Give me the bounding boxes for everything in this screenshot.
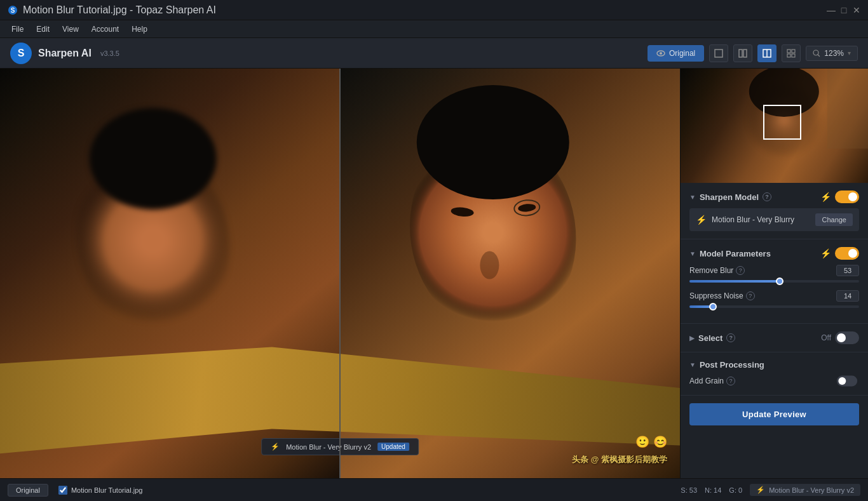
suppress-noise-track[interactable] — [689, 305, 859, 308]
view-split-v-button[interactable] — [733, 44, 752, 62]
menu-view[interactable]: View — [56, 22, 85, 36]
notification-icon: ⚡ — [271, 443, 280, 451]
canvas-area[interactable]: ⚡ Motion Blur - Very Blurry v2 Updated 头… — [0, 69, 680, 478]
post-processing-chevron-icon[interactable]: ▼ — [689, 361, 696, 368]
feedback-icons[interactable]: 🙂 😊 — [635, 435, 667, 449]
svg-point-13 — [813, 50, 818, 55]
update-preview-button[interactable]: Update Preview — [689, 403, 859, 425]
right-panel: ▼ Sharpen Model ? ⚡ ⚡ Motion Blur - Very… — [680, 69, 868, 478]
svg-text:S: S — [11, 7, 15, 14]
thumbnail-viewport[interactable] — [763, 105, 801, 140]
sharpen-model-title: Sharpen Model — [700, 192, 759, 202]
view-compare-button[interactable] — [782, 44, 801, 62]
noise-stat: N: 14 — [705, 486, 721, 494]
remove-blur-fill — [689, 280, 780, 283]
sharpness-stat: S: 53 — [681, 486, 697, 494]
window-title: Motion Blur Tutorial.jpg - Topaz Sharpen… — [23, 4, 216, 16]
remove-blur-thumb[interactable] — [776, 277, 783, 285]
suppress-noise-label: Suppress Noise — [689, 291, 743, 300]
split-divider[interactable] — [339, 69, 341, 478]
notification-model: Motion Blur - Very Blurry v2 — [286, 443, 371, 451]
suppress-noise-row: Suppress Noise ? 14 — [689, 290, 859, 308]
model-name-label: Motion Blur - Very Blurry — [712, 215, 810, 224]
add-grain-help-icon[interactable]: ? — [726, 377, 735, 385]
remove-blur-help-icon[interactable]: ? — [736, 266, 745, 275]
app-name: Sharpen AI — [38, 48, 92, 59]
remove-blur-track[interactable] — [689, 280, 859, 283]
updated-badge: Updated — [377, 443, 409, 451]
model-params-toggle[interactable] — [835, 247, 859, 260]
suppress-noise-value[interactable]: 14 — [836, 290, 859, 302]
svg-line-14 — [818, 55, 820, 57]
menu-file[interactable]: File — [5, 22, 30, 36]
bottom-stats: S: 53 N: 14 G: 0 ⚡ Motion Blur - Very Bl… — [681, 484, 860, 496]
lightning-icon: ⚡ — [820, 192, 831, 202]
remove-blur-value[interactable]: 53 — [836, 265, 859, 276]
close-button[interactable]: ✕ — [853, 6, 860, 14]
bottom-model-info: ⚡ Motion Blur - Very Blurry v2 — [750, 484, 860, 496]
main-content: ⚡ Motion Blur - Very Blurry v2 Updated 头… — [0, 69, 868, 478]
sharpen-model-toggle[interactable] — [835, 190, 859, 203]
zoom-chevron-icon: ▾ — [848, 50, 851, 57]
thumbnail-area — [681, 69, 868, 183]
add-grain-row: Add Grain ? — [689, 375, 859, 387]
select-help-icon[interactable]: ? — [726, 333, 735, 342]
select-section: ▶ Select ? Off — [681, 324, 868, 352]
menu-help[interactable]: Help — [125, 22, 154, 36]
zoom-control[interactable]: 123% ▾ — [806, 46, 858, 61]
suppress-noise-help-icon[interactable]: ? — [746, 291, 755, 300]
title-bar: S Motion Blur Tutorial.jpg - Topaz Sharp… — [0, 0, 868, 20]
svg-rect-4 — [715, 50, 722, 57]
svg-rect-12 — [792, 54, 795, 57]
bottom-lightning-icon: ⚡ — [756, 486, 765, 494]
select-title: Select — [698, 333, 722, 343]
select-status: Off — [821, 333, 831, 342]
sharpen-model-help-icon[interactable]: ? — [763, 192, 771, 201]
sharpen-model-chevron-icon[interactable]: ▼ — [689, 194, 696, 201]
thumbs-down-icon[interactable]: 😊 — [653, 435, 667, 449]
select-chevron-icon[interactable]: ▶ — [689, 335, 695, 342]
model-parameters-section: ▼ Model Parameters ⚡ Remove Blur ? 53 — [681, 239, 868, 324]
change-model-button[interactable]: Change — [815, 213, 853, 226]
svg-rect-9 — [787, 50, 790, 53]
bottom-model-name: Motion Blur - Very Blurry v2 — [769, 486, 854, 494]
minimize-button[interactable]: — — [827, 6, 835, 14]
app-icon: S — [8, 5, 18, 15]
add-grain-toggle[interactable] — [837, 376, 857, 387]
grain-stat: G: 0 — [729, 486, 742, 494]
view-single-button[interactable] — [709, 44, 728, 62]
suppress-noise-thumb[interactable] — [709, 303, 717, 311]
model-params-chevron-icon[interactable]: ▼ — [689, 250, 696, 257]
select-toggle[interactable] — [835, 331, 859, 344]
app-header: S Sharpen AI v3.3.5 Original — [0, 38, 868, 69]
eye-icon — [656, 50, 665, 57]
view-split-h-button[interactable] — [757, 44, 776, 62]
menu-bar: File Edit View Account Help — [0, 20, 868, 38]
zoom-icon — [813, 50, 820, 57]
thumbs-up-icon[interactable]: 🙂 — [635, 435, 649, 449]
svg-point-3 — [660, 52, 662, 55]
svg-rect-5 — [739, 50, 742, 57]
remove-blur-row: Remove Blur ? 53 — [689, 265, 859, 283]
bottom-bar: Original Motion Blur Tutorial.jpg S: 53 … — [0, 478, 868, 501]
model-params-title: Model Parameters — [700, 249, 771, 258]
original-button[interactable]: Original — [648, 45, 704, 62]
post-processing-section: ▼ Post Processing Add Grain ? — [681, 352, 868, 396]
add-grain-label: Add Grain — [689, 377, 724, 385]
menu-account[interactable]: Account — [85, 22, 125, 36]
file-checkbox-area: Motion Blur Tutorial.jpg — [58, 486, 143, 495]
menu-edit[interactable]: Edit — [30, 22, 56, 36]
file-checkbox[interactable] — [58, 486, 67, 495]
maximize-button[interactable]: □ — [840, 6, 848, 14]
params-lightning-icon: ⚡ — [820, 248, 831, 258]
app-logo: S — [10, 43, 32, 64]
model-lightning-icon: ⚡ — [696, 215, 707, 225]
app-version: v3.3.5 — [100, 50, 119, 57]
file-name-label: Motion Blur Tutorial.jpg — [71, 486, 143, 494]
svg-rect-6 — [743, 50, 747, 57]
model-selector[interactable]: ⚡ Motion Blur - Very Blurry Change — [689, 208, 859, 231]
original-tab[interactable]: Original — [8, 484, 48, 497]
svg-rect-10 — [792, 50, 795, 53]
post-processing-title: Post Processing — [700, 360, 764, 370]
sharpen-model-section: ▼ Sharpen Model ? ⚡ ⚡ Motion Blur - Very… — [681, 183, 868, 239]
